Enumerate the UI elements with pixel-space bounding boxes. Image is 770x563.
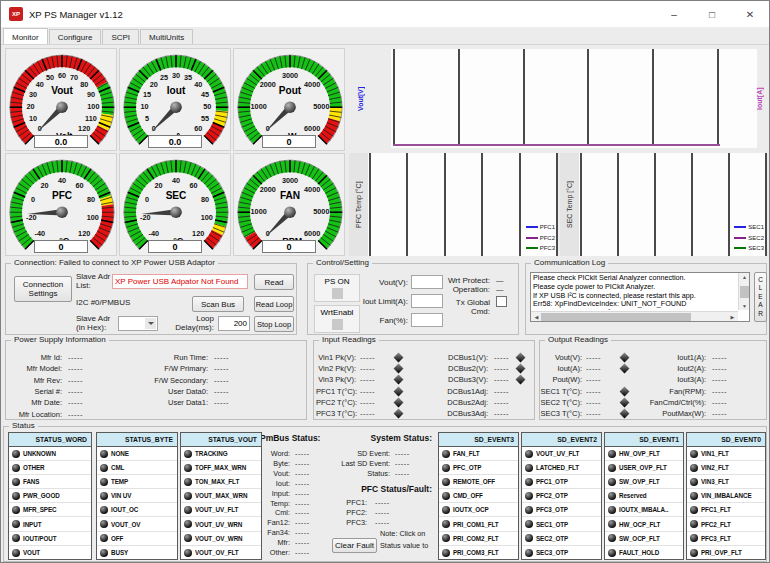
status-list-item[interactable]: OTHER <box>9 461 91 475</box>
status-list-item[interactable]: IOUT/POUT <box>9 532 91 546</box>
vscroll-thumb[interactable] <box>740 286 749 298</box>
status-list-item[interactable]: SEC3_OTP <box>522 546 601 560</box>
tab-multiunits[interactable]: MultiUnits <box>140 29 193 44</box>
status-field-value[interactable]: ----- <box>295 518 310 527</box>
status-list-item[interactable]: PRI_COM1_FLT <box>439 517 518 531</box>
status-list-item[interactable]: BUSY <box>97 546 177 560</box>
horizontal-scrollbar[interactable]: ◀ ▶ <box>531 311 738 321</box>
status-list-item[interactable]: VIN2_FLT <box>687 461 765 475</box>
status-list-item[interactable]: VOUT_UV_WRN <box>181 517 261 531</box>
status-field-value[interactable]: ----- <box>295 479 310 488</box>
status-list-item[interactable]: VOUT_OV_FLT <box>181 546 261 560</box>
status-list-item[interactable]: LATCHED_FLT <box>522 461 601 475</box>
status-field-value[interactable]: ----- <box>295 499 310 508</box>
status-list-item[interactable]: PFC1_OTP <box>522 475 601 489</box>
status-field-value[interactable]: ----- <box>395 469 410 478</box>
status-field-value[interactable]: ----- <box>395 449 410 458</box>
status-list-item[interactable]: VOUT_UV_FLT <box>522 447 601 461</box>
status-list-item[interactable]: VOUT <box>9 546 91 560</box>
status-field-value[interactable]: ----- <box>295 508 310 517</box>
status-field-value[interactable]: ----- <box>295 459 310 468</box>
status-list-item[interactable]: SW_OCP_FLT <box>605 532 683 546</box>
status-field-value[interactable]: ----- <box>295 528 310 537</box>
close-icon[interactable]: ✕ <box>731 1 769 27</box>
status-list-item[interactable]: IOUTX_OCP <box>439 503 518 517</box>
status-list-item[interactable]: TRACKING <box>181 447 261 461</box>
scroll-down-icon[interactable]: ▼ <box>739 303 750 309</box>
status-list-item[interactable]: MFR_SPEC <box>9 503 91 517</box>
status-list-item[interactable]: PFC1_FLT <box>687 503 765 517</box>
status-field-value[interactable]: ----- <box>375 518 390 527</box>
status-list-item[interactable]: CMD_OFF <box>439 489 518 503</box>
vertical-scrollbar[interactable]: ▲ ▼ <box>738 273 749 310</box>
status-list-item[interactable]: UNKNOWN <box>9 447 91 461</box>
status-field-value[interactable]: ----- <box>295 538 310 547</box>
adaptor-status-field[interactable]: XP Power USB Adpator Not Found <box>112 274 248 289</box>
scroll-right-icon[interactable]: ▶ <box>727 314 738 320</box>
status-field-value[interactable]: ----- <box>375 508 390 517</box>
status-list-item[interactable]: PFC2_FLT <box>687 517 765 531</box>
status-list-item[interactable]: PWR_GOOD <box>9 489 91 503</box>
hscroll-thumb[interactable] <box>541 313 691 321</box>
status-list-item[interactable]: VIN UV <box>97 489 177 503</box>
status-list-item[interactable]: REMOTE_OFF <box>439 475 518 489</box>
status-list-item[interactable]: PRI_COM3_FLT <box>439 546 518 560</box>
status-list-item[interactable]: OFF <box>97 532 177 546</box>
minimize-icon[interactable]: – <box>655 1 693 27</box>
status-list-item[interactable]: PFC2_OTP <box>522 489 601 503</box>
status-field-value[interactable]: ----- <box>395 459 410 468</box>
status-list-item[interactable]: SEC1_OTP <box>522 517 601 531</box>
status-list-item[interactable]: PFC3_OTP <box>522 503 601 517</box>
tab-configure[interactable]: Configure <box>49 29 102 44</box>
titlebar[interactable]: XP XP PS Manager v1.12 – □ ✕ <box>1 1 769 27</box>
status-field-value[interactable]: ----- <box>295 469 310 478</box>
status-list-item[interactable]: TON_MAX_FLT <box>181 475 261 489</box>
status-field-value[interactable]: ----- <box>375 498 390 507</box>
status-list-item[interactable]: TEMP <box>97 475 177 489</box>
status-list-item[interactable]: VIN3_FLT <box>687 475 765 489</box>
status-list-item[interactable]: Reserved <box>605 489 683 503</box>
scroll-up-icon[interactable]: ▲ <box>739 274 750 280</box>
tab-monitor[interactable]: Monitor <box>3 28 48 44</box>
comm-log-box[interactable]: Please check PICkit Serial Analyzer conn… <box>530 272 750 322</box>
status-list-item[interactable]: PRI_COM2_FLT <box>439 532 518 546</box>
maximize-icon[interactable]: □ <box>693 1 731 27</box>
status-list-item[interactable]: IOUT_OC <box>97 503 177 517</box>
status-field-value[interactable]: ----- <box>295 489 310 498</box>
status-list-item[interactable]: VIN1_FLT <box>687 447 765 461</box>
clear-log-button[interactable]: CLEAR <box>754 272 767 322</box>
status-list-item[interactable]: CML <box>97 461 177 475</box>
read-button[interactable]: Read <box>254 274 294 290</box>
status-list-item[interactable]: VOUT_MAX_WRN <box>181 489 261 503</box>
slave-adr-select[interactable] <box>118 316 158 331</box>
connection-settings-button[interactable]: Connection Settings <box>14 276 72 302</box>
combo-arrow-icon[interactable] <box>145 318 156 329</box>
status-list-item[interactable]: PFC_OTP <box>439 461 518 475</box>
wrt-enabl-button[interactable]: WrtEnabl <box>314 305 360 333</box>
stop-loop-button[interactable]: Stop Loop <box>254 316 294 332</box>
status-list-item[interactable]: FANS <box>9 475 91 489</box>
status-list-item[interactable]: INPUT <box>9 517 91 531</box>
status-list-item[interactable]: TOFF_MAX_WRN <box>181 461 261 475</box>
status-list-item[interactable]: VOUT_OV_WRN <box>181 532 261 546</box>
loop-delay-input[interactable]: 200 <box>218 316 250 331</box>
read-loop-button[interactable]: Read Loop <box>254 296 294 312</box>
status-list-item[interactable]: SW_OVP_FLT <box>605 475 683 489</box>
tx-global-checkbox[interactable] <box>496 296 507 307</box>
status-field-value[interactable]: ----- <box>295 548 310 557</box>
status-list-item[interactable]: PFC3_FLT <box>687 532 765 546</box>
ps-on-button[interactable]: PS ON <box>314 274 360 302</box>
status-list-item[interactable]: VOUT_UV_FLT <box>181 503 261 517</box>
status-list-item[interactable]: SEC2_OTP <box>522 532 601 546</box>
vout-set-input[interactable] <box>411 275 443 289</box>
status-list-item[interactable]: NONE <box>97 447 177 461</box>
status-list-item[interactable]: USER_OVP_FLT <box>605 461 683 475</box>
status-list-item[interactable]: VIN_IMBALANCE <box>687 489 765 503</box>
tab-scpi[interactable]: SCPI <box>102 29 139 44</box>
status-list-item[interactable]: HW_OVP_FLT <box>605 447 683 461</box>
status-list-item[interactable]: FAULT_HOLD <box>605 546 683 560</box>
status-list-item[interactable]: IOUTX_IMBALA.. <box>605 503 683 517</box>
clear-fault-button[interactable]: Clear Fault <box>332 538 377 553</box>
scan-bus-button[interactable]: Scan Bus <box>192 296 244 312</box>
status-field-value[interactable]: ----- <box>295 449 310 458</box>
